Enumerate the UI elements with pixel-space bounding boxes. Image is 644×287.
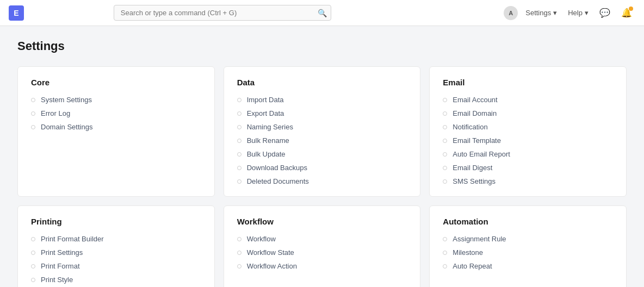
item-label: Print Style — [41, 276, 73, 284]
item-dot-icon — [443, 264, 447, 269]
item-dot-icon — [443, 166, 447, 170]
item-label: Auto Email Report — [453, 150, 510, 158]
list-item[interactable]: Print Style — [31, 276, 201, 284]
list-item[interactable]: Auto Repeat — [443, 262, 613, 270]
list-item[interactable]: Print Settings — [31, 248, 201, 257]
avatar[interactable]: A — [504, 6, 518, 20]
item-dot-icon — [443, 98, 447, 102]
list-item[interactable]: Print Format Builder — [31, 235, 201, 243]
cards-grid: CoreSystem SettingsError LogDomain Setti… — [17, 66, 627, 287]
list-item[interactable]: Assignment Rule — [443, 235, 613, 243]
item-label: System Settings — [41, 96, 92, 104]
item-dot-icon — [31, 251, 35, 255]
list-item[interactable]: SMS Settings — [443, 177, 613, 185]
list-item[interactable]: Email Domain — [443, 109, 613, 117]
item-dot-icon — [31, 125, 35, 129]
card-items-data: Import DataExport DataNaming SeriesBulk … — [237, 96, 407, 185]
item-label: Workflow State — [247, 248, 294, 257]
list-item[interactable]: Auto Email Report — [443, 150, 613, 158]
item-dot-icon — [443, 251, 447, 255]
item-dot-icon — [443, 152, 447, 157]
card-items-printing: Print Format BuilderPrint SettingsPrint … — [31, 235, 201, 284]
list-item[interactable]: Bulk Update — [237, 150, 407, 158]
list-item[interactable]: Email Template — [443, 136, 613, 145]
item-label: Export Data — [247, 109, 284, 117]
help-button[interactable]: Help ▾ — [565, 7, 592, 19]
item-dot-icon — [237, 139, 242, 143]
item-dot-icon — [237, 98, 242, 102]
chevron-down-icon: ▾ — [553, 9, 557, 17]
list-item[interactable]: Email Account — [443, 96, 613, 104]
item-label: Bulk Rename — [247, 136, 289, 145]
navbar: E 🔍 A Settings ▾ Help ▾ 💬 🔔 — [0, 0, 644, 26]
card-title-core: Core — [31, 78, 201, 87]
list-item[interactable]: Error Log — [31, 109, 201, 117]
card-core: CoreSystem SettingsError LogDomain Setti… — [17, 66, 215, 197]
page-title: Settings — [17, 39, 627, 53]
item-label: Download Backups — [247, 164, 307, 172]
search-icon: 🔍 — [318, 9, 327, 17]
item-dot-icon — [443, 139, 447, 143]
list-item[interactable]: Workflow State — [237, 248, 407, 257]
item-dot-icon — [31, 264, 35, 269]
card-title-data: Data — [237, 78, 407, 87]
card-items-core: System SettingsError LogDomain Settings — [31, 96, 201, 131]
item-label: Auto Repeat — [453, 262, 492, 270]
item-dot-icon — [237, 166, 242, 170]
list-item[interactable]: Email Digest — [443, 164, 613, 172]
card-title-email: Email — [443, 78, 613, 87]
item-dot-icon — [443, 111, 447, 116]
notification-button[interactable]: 🔔 — [618, 5, 635, 20]
item-label: Domain Settings — [41, 123, 92, 131]
search-container: 🔍 — [114, 5, 331, 21]
list-item[interactable]: Export Data — [237, 109, 407, 117]
list-item[interactable]: Bulk Rename — [237, 136, 407, 145]
help-label: Help — [568, 9, 583, 17]
item-dot-icon — [237, 125, 242, 129]
item-dot-icon — [31, 98, 35, 102]
card-automation: AutomationAssignment RuleMilestoneAuto R… — [429, 205, 627, 287]
item-label: Email Digest — [453, 164, 492, 172]
list-item[interactable]: Milestone — [443, 248, 613, 257]
item-dot-icon — [31, 278, 35, 282]
list-item[interactable]: Deleted Documents — [237, 177, 407, 185]
item-dot-icon — [237, 179, 242, 184]
app-logo[interactable]: E — [9, 5, 24, 21]
item-dot-icon — [237, 152, 242, 157]
list-item[interactable]: Workflow — [237, 235, 407, 243]
list-item[interactable]: Domain Settings — [31, 123, 201, 131]
search-input[interactable] — [114, 5, 331, 21]
card-items-automation: Assignment RuleMilestoneAuto Repeat — [443, 235, 613, 270]
list-item[interactable]: Workflow Action — [237, 262, 407, 270]
item-dot-icon — [443, 237, 447, 241]
item-label: Email Account — [453, 96, 497, 104]
list-item[interactable]: Print Format — [31, 262, 201, 270]
item-label: Bulk Update — [247, 150, 286, 158]
card-items-workflow: WorkflowWorkflow StateWorkflow Action — [237, 235, 407, 270]
item-label: Email Domain — [453, 109, 497, 117]
list-item[interactable]: Notification — [443, 123, 613, 131]
item-label: Error Log — [41, 109, 70, 117]
list-item[interactable]: Download Backups — [237, 164, 407, 172]
list-item[interactable]: System Settings — [31, 96, 201, 104]
item-label: Import Data — [247, 96, 284, 104]
item-label: Print Settings — [41, 248, 83, 257]
card-title-printing: Printing — [31, 217, 201, 226]
item-dot-icon — [31, 111, 35, 116]
item-label: SMS Settings — [453, 177, 496, 185]
chat-button[interactable]: 💬 — [596, 5, 614, 20]
card-title-workflow: Workflow — [237, 217, 407, 226]
item-label: Assignment Rule — [453, 235, 506, 243]
item-label: Print Format Builder — [41, 235, 104, 243]
settings-button[interactable]: Settings ▾ — [522, 7, 560, 19]
list-item[interactable]: Naming Series — [237, 123, 407, 131]
list-item[interactable]: Import Data — [237, 96, 407, 104]
main-content: Settings CoreSystem SettingsError LogDom… — [0, 26, 644, 287]
card-data: DataImport DataExport DataNaming SeriesB… — [224, 66, 421, 197]
card-title-automation: Automation — [443, 217, 613, 226]
item-dot-icon — [237, 251, 242, 255]
chevron-down-icon: ▾ — [585, 9, 589, 17]
item-label: Email Template — [453, 136, 501, 145]
item-dot-icon — [237, 237, 242, 241]
card-email: EmailEmail AccountEmail DomainNotificati… — [429, 66, 627, 197]
